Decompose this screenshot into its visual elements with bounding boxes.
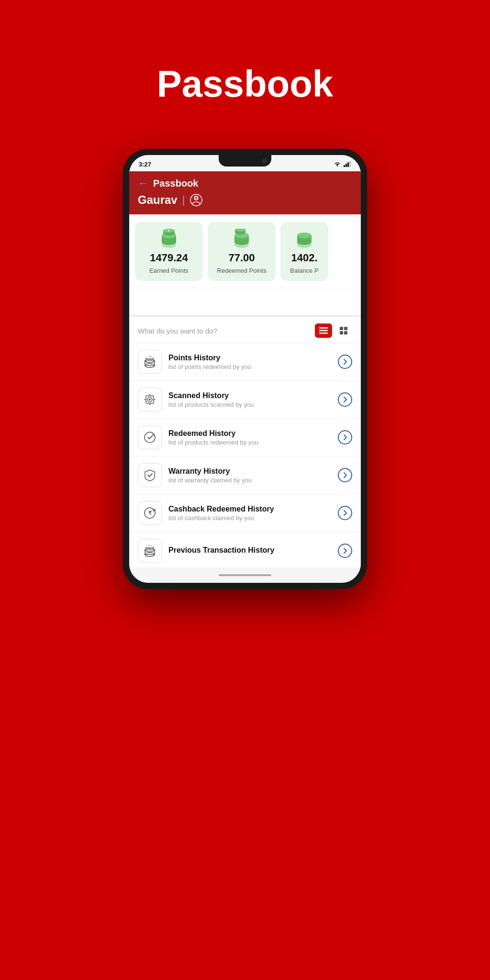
cashback-history-subtitle: list of cashback claimed by you [168,514,331,522]
redeemed-history-text: Redeemed History list of products redeem… [168,429,331,446]
chevron-right-icon-3 [343,434,347,441]
transaction-history-title: Previous Transaction History [168,546,331,555]
redeemed-history-icon [143,431,156,444]
menu-item-cashback-history[interactable]: ₹ Cashback Redeemed History list of cash… [129,494,361,532]
coins-icon-earned: $ [157,229,181,249]
points-history-subtitle: list of points redeemed by you [168,363,331,370]
svg-rect-35 [145,361,155,366]
redeemed-points-card: 77.00 Redeemed Points [208,222,276,281]
svg-rect-33 [344,331,347,334]
svg-point-0 [337,166,338,167]
coins-icon-balance [292,229,316,249]
wifi-icon [334,161,341,167]
earned-points-card: $ 1479.24 Earned Points [135,222,203,281]
scanned-history-text: Scanned History list of products scanned… [168,391,331,408]
status-time: 3:27 [139,161,151,168]
list-view-toggle[interactable] [315,323,332,338]
chevron-right-icon-2 [343,396,347,403]
signal-icon [344,161,351,167]
svg-text:₹: ₹ [148,510,152,516]
redeemed-points-label: Redeemed Points [217,267,266,274]
menu-item-scanned-history[interactable]: Scanned History list of products scanned… [129,380,361,418]
list-header: What do you want to do? [129,317,361,343]
chevron-right-icon-5 [343,510,347,516]
list-section: What do you want to do? [129,317,361,568]
svg-rect-28 [319,330,328,332]
svg-point-41 [149,399,151,401]
cashback-history-icon: ₹ [143,506,156,520]
svg-rect-29 [319,333,328,334]
points-cards-row: $ 1479.24 Earned Points [129,214,361,289]
balance-points-label: Balance P [290,267,318,274]
menu-item-points-history[interactable]: Points History list of points redeemed b… [129,343,361,380]
cashback-history-chevron[interactable] [338,506,352,520]
phone-notch [219,155,271,167]
earned-points-value: 1479.24 [150,252,188,264]
back-button[interactable]: ← [138,177,148,189]
svg-rect-53 [146,546,154,547]
redeemed-history-title: Redeemed History [168,429,331,438]
balance-points-card: 1402. Balance P [280,222,328,281]
warranty-history-subtitle: list of warranty claimed by you [168,477,331,484]
page-title: Passbook [157,62,333,106]
svg-rect-2 [345,164,347,167]
warranty-history-icon [143,468,156,482]
menu-item-transaction-history[interactable]: Previous Transaction History [129,532,361,568]
points-history-icon [143,355,157,368]
svg-rect-1 [344,165,345,167]
earned-points-label: Earned Points [149,267,189,274]
chevron-right-icon [343,358,347,365]
scanned-history-subtitle: list of products scanned by you [168,401,331,408]
cashback-history-text: Cashback Redeemed History list of cashba… [168,505,331,522]
redeemed-points-value: 77.00 [228,252,255,264]
svg-rect-31 [344,327,347,330]
coins-icon-redeemed [230,229,254,249]
svg-text:$: $ [168,229,170,232]
svg-rect-50 [145,550,155,555]
svg-rect-32 [340,331,343,334]
header-title: Passbook [153,178,198,189]
chevron-right-icon-6 [343,547,347,554]
menu-item-warranty-history[interactable]: Warranty History list of warranty claime… [129,456,361,494]
balance-points-value: 1402. [291,252,317,264]
chevron-right-icon-4 [343,472,347,479]
scanned-history-icon [143,393,156,406]
user-name: Gaurav [138,193,178,207]
svg-rect-3 [347,162,349,167]
warranty-history-chevron[interactable] [338,468,352,482]
divider-pipe: | [182,194,185,206]
transaction-history-text: Previous Transaction History [168,546,331,556]
transaction-history-icon-box [138,539,162,563]
points-history-title: Points History [168,354,331,362]
spacer-area [129,289,361,315]
points-history-icon-box [138,350,162,374]
redeemed-history-icon-box [138,425,162,449]
grid-icon [340,327,347,334]
home-bar-area [129,568,361,583]
warranty-history-title: Warranty History [168,467,331,476]
scanned-history-chevron[interactable] [338,392,352,407]
app-header: ← Passbook Gaurav | [129,171,361,214]
scanned-history-icon-box [138,388,162,412]
warranty-history-icon-box [138,463,162,487]
transaction-history-chevron[interactable] [338,544,352,558]
redeemed-history-subtitle: list of products redeemed by you [168,439,331,446]
points-history-chevron[interactable] [338,355,352,369]
svg-rect-30 [340,327,343,330]
home-bar-line [219,574,271,576]
list-header-text: What do you want to do? [138,327,217,335]
phone-frame: 3:27 [123,149,367,589]
menu-item-redeemed-history[interactable]: Redeemed History list of products redeem… [129,418,361,456]
svg-rect-4 [349,161,351,167]
badge-icon [189,193,203,207]
app-screen: 3:27 [129,155,361,583]
cashback-history-title: Cashback Redeemed History [168,505,331,513]
scanned-history-title: Scanned History [168,391,331,400]
points-history-text: Points History list of points redeemed b… [168,354,331,370]
svg-rect-38 [146,356,154,358]
grid-view-toggle[interactable] [335,323,352,338]
svg-point-46 [145,432,155,443]
svg-rect-27 [319,327,328,329]
svg-point-26 [297,233,312,238]
redeemed-history-chevron[interactable] [338,430,352,445]
